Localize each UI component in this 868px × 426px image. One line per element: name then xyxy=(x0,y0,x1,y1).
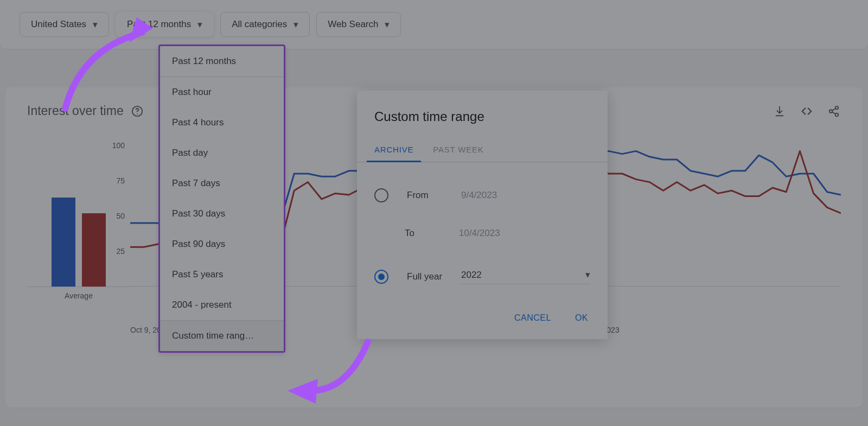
searchtype-filter[interactable]: Web Search ▾ xyxy=(316,12,401,37)
caret-down-icon: ▾ xyxy=(197,19,202,30)
dialog-actions: CANCEL OK xyxy=(374,308,590,328)
svg-point-3 xyxy=(829,110,833,113)
time-option[interactable]: Past 5 years xyxy=(160,259,284,290)
time-option[interactable]: Past 30 days xyxy=(160,199,284,229)
time-option[interactable]: Past 90 days xyxy=(160,229,284,259)
time-dropdown: Past 12 months Past hourPast 4 hoursPast… xyxy=(158,44,285,353)
y-tick: 75 xyxy=(108,176,130,185)
embed-icon[interactable] xyxy=(800,104,814,118)
radio-date-range[interactable] xyxy=(374,188,388,202)
custom-time-range-dialog: Custom time range ARCHIVE PAST WEEK From… xyxy=(357,91,608,339)
tab-archive[interactable]: ARCHIVE xyxy=(374,145,413,162)
radio-full-year[interactable] xyxy=(374,270,388,284)
y-tick: 25 xyxy=(108,247,130,256)
card-actions xyxy=(773,104,841,118)
dialog-title: Custom time range xyxy=(374,109,590,124)
to-label: To xyxy=(405,228,459,239)
caret-down-icon: ▾ xyxy=(585,269,590,281)
time-option[interactable]: Past 7 days xyxy=(160,168,284,199)
time-option-custom[interactable]: Custom time rang… xyxy=(160,321,284,351)
time-option[interactable]: Past hour xyxy=(160,77,284,107)
to-row: To 10/4/2023 xyxy=(374,214,590,252)
share-icon[interactable] xyxy=(827,104,841,118)
card-title: Interest over time xyxy=(27,104,124,118)
card-title-row: Interest over time xyxy=(27,104,144,118)
category-filter-label: All categories xyxy=(232,19,287,30)
fullyear-label: Full year xyxy=(407,271,461,282)
tab-past-week[interactable]: PAST WEEK xyxy=(433,145,483,162)
region-filter-label: United States xyxy=(31,19,86,30)
svg-point-4 xyxy=(835,113,839,116)
from-value[interactable]: 9/4/2023 xyxy=(461,190,590,201)
from-label: From xyxy=(407,190,461,201)
from-row: From 9/4/2023 xyxy=(374,176,590,214)
caret-down-icon: ▾ xyxy=(385,19,390,30)
average-bars-area: Average xyxy=(27,145,130,319)
caret-down-icon: ▾ xyxy=(93,19,98,30)
average-label: Average xyxy=(27,291,130,300)
time-option[interactable]: Past day xyxy=(160,138,284,168)
filter-bar: United States ▾ Past 12 months ▾ All cat… xyxy=(0,0,868,49)
svg-point-1 xyxy=(137,113,138,114)
svg-point-2 xyxy=(835,106,839,109)
ok-button[interactable]: OK xyxy=(573,308,590,328)
time-filter-label: Past 12 months xyxy=(127,19,191,30)
time-option[interactable]: Past 4 hours xyxy=(160,107,284,138)
fullyear-row: Full year 2022 ▾ xyxy=(374,258,590,296)
fullyear-select[interactable]: 2022 ▾ xyxy=(461,269,590,284)
dialog-tabs: ARCHIVE PAST WEEK xyxy=(357,145,608,162)
average-bar xyxy=(52,198,75,287)
searchtype-filter-label: Web Search xyxy=(328,19,378,30)
region-filter[interactable]: United States ▾ xyxy=(20,12,109,37)
help-icon[interactable] xyxy=(130,104,144,118)
y-tick: 100 xyxy=(108,141,130,150)
download-icon[interactable] xyxy=(773,104,787,118)
average-bar xyxy=(82,213,106,287)
time-filter[interactable]: Past 12 months ▾ xyxy=(116,12,214,37)
caret-down-icon: ▾ xyxy=(293,19,298,30)
y-tick: 50 xyxy=(108,212,130,220)
to-value[interactable]: 10/4/2023 xyxy=(459,228,590,239)
time-option-selected[interactable]: Past 12 months xyxy=(160,46,284,77)
category-filter[interactable]: All categories ▾ xyxy=(220,12,310,37)
time-option[interactable]: 2004 - present xyxy=(160,290,284,320)
fullyear-value: 2022 xyxy=(461,270,482,281)
cancel-button[interactable]: CANCEL xyxy=(512,308,553,328)
